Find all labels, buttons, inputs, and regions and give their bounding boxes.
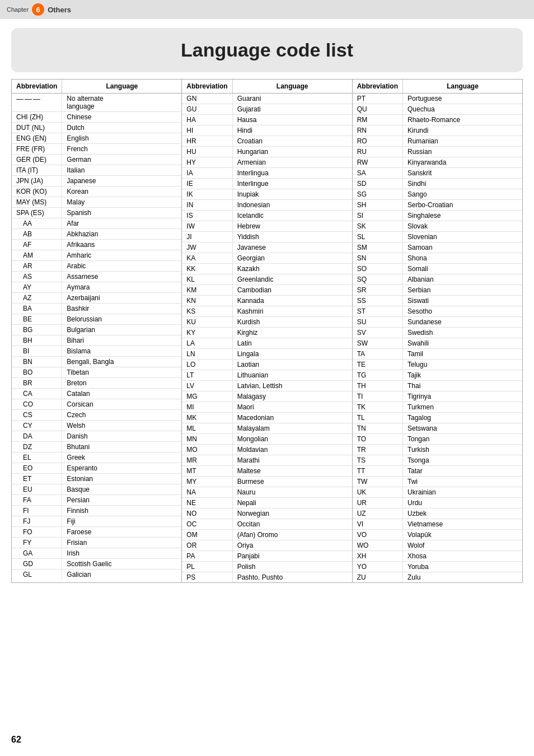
table-row: SUSundanese [353,317,522,328]
table-row: HUHungarian [182,147,352,157]
abbr-cell: ZU [353,572,403,583]
abbr-cell: TG [353,370,403,381]
lang-cell: Ukrainian [403,487,522,498]
table-row: HIHindi [182,125,352,136]
lang-cell: Polish [232,562,352,572]
abbr-cell: HI [182,125,232,136]
table-row: IEInterlingue [182,179,352,189]
lang-cell: Kannada [232,296,352,306]
lang-cell: Hebrew [232,221,352,232]
abbr-cell: IA [182,168,232,179]
table-row: HYArmenian [182,157,352,168]
col-section-0: AbbreviationLanguage———No alternatelangu… [12,80,182,582]
abbr-cell: FI [12,506,62,516]
table-row: LVLatvian, Lettish [182,381,352,391]
lang-cell: No alternatelanguage [62,94,181,112]
abbr-cell: QU [353,104,403,115]
lang-cell: Singhalese [403,211,522,221]
abbr-cell: EU [12,484,62,495]
lang-cell: Korean [62,186,181,197]
table-row: IAInterlingua [182,168,352,179]
table-row: CACatalan [12,389,181,399]
abbr-cell: KM [182,285,232,296]
abbr-cell: SD [353,179,403,189]
lang-cell: Bengali, Bangla [62,357,181,367]
lang-cell: Zulu [403,572,522,583]
table-row: UZUzbek [353,508,522,519]
lang-cell: Mongolian [232,434,352,445]
lang-cell: Macedonian [232,413,352,423]
lang-cell: Hausa [232,115,352,125]
table-row: SWSwahili [353,338,522,349]
abbr-cell: TI [353,391,403,402]
abbr-cell: ——— [12,94,62,112]
lang-cell: Assamese [62,272,181,282]
table-row: SOSomali [353,264,522,274]
table-row: FAPersian [12,495,181,506]
table-row: MKMacedonian [182,413,352,423]
lang-cell: Sundanese [403,317,522,328]
abbr-cell: OM [182,530,232,540]
lang-cell: Icelandic [232,211,352,221]
lang-cell: Xhosa [403,551,522,562]
lang-cell: Marathi [232,455,352,466]
lang-cell: Gujarati [232,104,352,115]
abbr-cell: SS [353,296,403,306]
lang-cell: Russian [403,147,522,157]
abbr-cell: RO [353,136,403,147]
abbr-cell: FJ [12,516,62,527]
abbr-cell: LA [182,338,232,349]
table-row: TTTatar [353,466,522,477]
abbr-cell: SM [353,242,403,253]
lang-cell: Kirghiz [232,328,352,338]
abbr-cell: BE [12,314,62,325]
table-row: BHBihari [12,335,181,346]
table-row: BEBelorussian [12,314,181,325]
abbr-cell: KA [182,253,232,264]
lang-cell: Afar [62,218,181,229]
abbr-cell: CHI (ZH) [12,112,62,123]
lang-cell: Vietnamese [403,519,522,530]
abbr-cell: KS [182,306,232,317]
abbr-cell: WO [353,540,403,551]
abbr-cell: AR [12,261,62,272]
abbr-cell: TR [353,445,403,455]
lang-cell: Setswana [403,423,522,434]
table-row: KYKirghiz [182,328,352,338]
abbr-cell: LT [182,370,232,381]
abbr-cell: NO [182,508,232,519]
abbr-cell: MG [182,391,232,402]
abbr-cell: DZ [12,442,62,452]
table-row: OROriya [182,540,352,551]
table-row: AAAfar [12,218,181,229]
lang-cell: Welsh [62,421,181,431]
table-row: KMCambodian [182,285,352,296]
lang-cell: Interlingua [232,168,352,179]
lang-cell: Volapük [403,530,522,540]
lang-cell: Malayalam [232,423,352,434]
table-row: RWKinyarwanda [353,157,522,168]
abbr-cell: PL [182,562,232,572]
abbr-cell: TL [353,413,403,423]
abbr-cell: LV [182,381,232,391]
table-row: RNKirundi [353,125,522,136]
table-row: JIYiddish [182,232,352,242]
table-row: GUGujarati [182,104,352,115]
abbr-cell: MO [182,445,232,455]
top-bar: Chapter 6 Others [0,0,534,19]
lang-cell: Samoan [403,242,522,253]
lang-cell: Turkmen [403,402,522,413]
lang-cell: Bhutani [62,442,181,452]
table-row: LNLingala [182,349,352,360]
abbr-cell: DUT (NL) [12,123,62,133]
lang-cell: Danish [62,431,181,442]
abbr-cell: TA [353,349,403,360]
table-row: CHI (ZH)Chinese [12,112,181,123]
table-row: QUQuechua [353,104,522,115]
abbr-cell: CY [12,421,62,431]
table-row: PTPortuguese [353,94,522,104]
col-section-1: AbbreviationLanguageGNGuaraniGUGujaratiH… [182,80,352,582]
table-row: AZAzerbaijani [12,293,181,304]
lang-cell: Kazakh [232,264,352,274]
lang-cell: Afrikaans [62,240,181,250]
